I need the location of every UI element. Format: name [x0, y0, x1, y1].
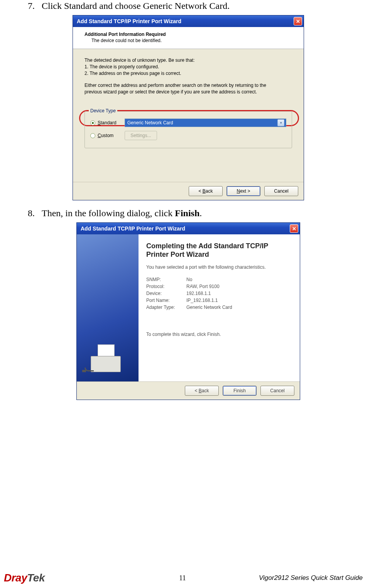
radio-standard[interactable] — [90, 120, 95, 125]
guide-name: Vigor2912 Series Quick Start Guide — [259, 574, 363, 582]
brand-logo: DrayTek — [4, 572, 45, 584]
dialog-content: Completing the Add Standard TCP/IP Print… — [139, 234, 300, 381]
body-intro: The detected device is of unknown type. … — [84, 58, 292, 63]
chevron-down-icon[interactable]: ▾ — [277, 119, 284, 126]
step-8-number: 8. — [27, 207, 42, 219]
close-icon: ✕ — [296, 19, 300, 24]
step-8: 8. Then, in the following dialog, click … — [27, 207, 350, 219]
cancel-button[interactable]: Cancel — [264, 186, 298, 196]
step-7-text: Click Standard and choose Generic Networ… — [42, 0, 350, 12]
header-subtitle: The device could not be identified. — [84, 38, 296, 43]
body-para2b: previous wizard page or select the devic… — [84, 89, 292, 95]
row-device: Device:192.168.1.1 — [146, 291, 291, 296]
body-para2a: Either correct the address and perform a… — [84, 83, 292, 88]
next-button[interactable]: Next > — [226, 186, 260, 196]
header-title: Additional Port Information Required — [84, 32, 296, 37]
titlebar[interactable]: Add Standard TCP/IP Printer Port Wizard … — [73, 15, 304, 27]
row-port-name: Port Name:IP_192.168.1.1 — [146, 298, 291, 303]
page-footer: DrayTek 11 Vigor2912 Series Quick Start … — [0, 572, 365, 584]
dialog-footer: < Back Finish Cancel — [77, 381, 300, 400]
finish-button[interactable]: Finish — [223, 386, 257, 396]
complete-text: To complete this wizard, click Finish. — [146, 332, 291, 337]
device-type-select[interactable]: Generic Network Card ▾ — [125, 119, 286, 127]
step-7: 7. Click Standard and choose Generic Net… — [27, 0, 350, 12]
wizard-dialog-port-info: Add Standard TCP/IP Printer Port Wizard … — [73, 15, 304, 200]
row-adapter-type: Adapter Type:Generic Network Card — [146, 305, 291, 310]
dialog-body: The detected device is of unknown type. … — [73, 49, 304, 182]
radio-row-standard[interactable]: Standard Generic Network Card ▾ — [90, 119, 286, 127]
wizard-dialog-finish: Add Standard TCP/IP Printer Port Wizard … — [76, 222, 300, 400]
radio-standard-label: Standard — [98, 120, 125, 125]
body-line-2: 2. The address on the previous page is c… — [84, 71, 292, 76]
lead-text: You have selected a port with the follow… — [146, 264, 291, 270]
radio-custom-label: Custom — [98, 133, 125, 138]
completing-heading: Completing the Add Standard TCP/IP Print… — [146, 242, 291, 259]
step-7-number: 7. — [27, 0, 42, 12]
row-protocol: Protocol:RAW, Port 9100 — [146, 284, 291, 289]
radio-custom[interactable] — [90, 133, 95, 138]
cancel-button[interactable]: Cancel — [260, 386, 294, 396]
radio-row-custom[interactable]: Custom Settings... — [90, 131, 286, 140]
titlebar[interactable]: Add Standard TCP/IP Printer Port Wizard … — [77, 223, 300, 234]
back-button[interactable]: < Back — [185, 386, 219, 396]
dialog-header: Additional Port Information Required The… — [73, 27, 304, 49]
radio-dot-icon — [92, 122, 94, 124]
device-type-fieldset: Device Type Standard Generic Network Car… — [84, 111, 292, 148]
row-snmp: SNMP:No — [146, 277, 291, 282]
window-title: Add Standard TCP/IP Printer Port Wizard — [77, 18, 294, 24]
close-button[interactable]: ✕ — [294, 17, 302, 25]
step-8-text: Then, in the following dialog, click Fin… — [42, 207, 350, 219]
wizard-side-image — [77, 234, 139, 381]
close-icon: ✕ — [292, 226, 296, 232]
printer-icon — [84, 341, 127, 372]
close-button[interactable]: ✕ — [290, 224, 298, 233]
select-value: Generic Network Card — [127, 120, 277, 125]
body-line-1: 1. The device is properly configured. — [84, 64, 292, 70]
window-title: Add Standard TCP/IP Printer Port Wizard — [81, 225, 290, 232]
settings-button: Settings... — [125, 131, 157, 140]
fieldset-legend: Device Type — [89, 108, 117, 114]
page-number: 11 — [179, 574, 186, 582]
dialog-footer: < Back Next > Cancel — [73, 182, 304, 200]
back-button[interactable]: < Back — [189, 186, 223, 196]
